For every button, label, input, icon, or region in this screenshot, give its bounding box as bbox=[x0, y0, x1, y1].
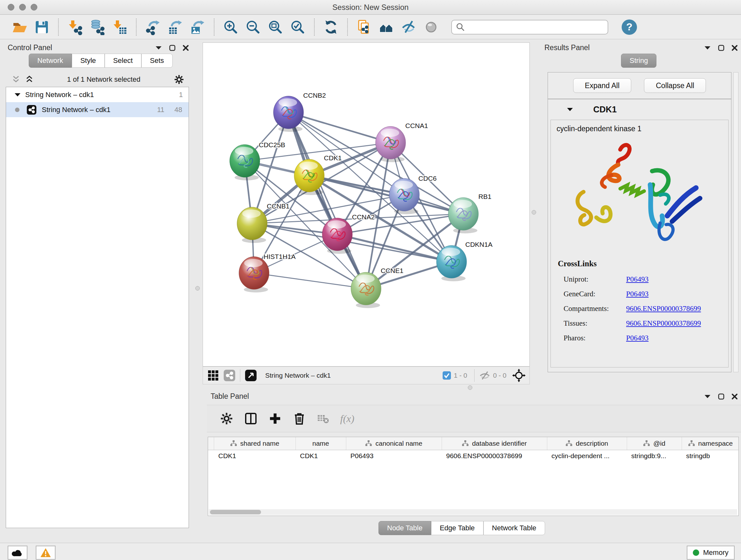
tab-sets[interactable]: Sets bbox=[141, 54, 173, 68]
column-header-namespace[interactable]: namespace bbox=[682, 437, 739, 450]
column-header-database-identifier[interactable]: database identifier bbox=[442, 437, 547, 450]
tab-string[interactable]: String bbox=[621, 54, 657, 68]
network-canvas[interactable]: CCNB2CCNA1CDC25BCDK1CDC6RB1CCNB1CCNA2CDK… bbox=[203, 43, 530, 367]
bottom-splitter-handle[interactable] bbox=[468, 385, 472, 390]
help-icon[interactable]: ? bbox=[622, 19, 637, 35]
collection-expand-icon[interactable] bbox=[14, 92, 21, 97]
table-row[interactable]: CDK1CDK1P064939606.ENSP00000378699cyclin… bbox=[208, 450, 739, 462]
float-table-panel-icon[interactable] bbox=[718, 393, 724, 400]
warnings-button[interactable] bbox=[36, 546, 56, 560]
network-edge[interactable] bbox=[288, 112, 391, 143]
add-column-icon[interactable] bbox=[268, 412, 282, 426]
network-node-ccnb2[interactable]: CCNB2 bbox=[273, 91, 326, 132]
show-columns-icon[interactable] bbox=[244, 412, 258, 426]
import-network-file-icon[interactable] bbox=[67, 19, 83, 35]
collapse-all-networks-icon[interactable] bbox=[11, 75, 20, 84]
export-image-icon[interactable] bbox=[190, 19, 205, 35]
crosslink-value-link[interactable]: P06493 bbox=[626, 275, 649, 284]
network-graph[interactable]: CCNB2CCNA1CDC25BCDK1CDC6RB1CCNB1CCNA2CDK… bbox=[203, 43, 529, 366]
network-options-gear-icon[interactable] bbox=[174, 74, 185, 85]
footer-separator bbox=[474, 369, 475, 382]
import-network-database-icon[interactable] bbox=[89, 19, 105, 35]
save-session-icon[interactable] bbox=[34, 19, 50, 35]
network-collection-row[interactable]: String Network – cdk1 1 bbox=[6, 87, 189, 102]
table-cell[interactable]: P06493 bbox=[346, 450, 442, 462]
close-table-panel-icon[interactable] bbox=[731, 393, 738, 400]
network-node-hist1h1a[interactable]: HIST1H1A bbox=[239, 253, 295, 293]
search-input[interactable] bbox=[465, 23, 599, 31]
zoom-out-icon[interactable] bbox=[245, 19, 261, 35]
import-table-icon[interactable] bbox=[112, 19, 128, 35]
export-table-icon[interactable] bbox=[167, 19, 183, 35]
tab-select[interactable]: Select bbox=[105, 54, 141, 68]
scrollbar-thumb[interactable] bbox=[210, 510, 261, 514]
crosslink-value-link[interactable]: P06493 bbox=[626, 290, 649, 298]
memory-button[interactable]: Memory bbox=[687, 546, 735, 560]
table-cell[interactable]: stringdb:9... bbox=[627, 450, 682, 462]
close-results-panel-icon[interactable] bbox=[731, 45, 738, 51]
network-edge[interactable] bbox=[254, 273, 366, 289]
clone-network-icon[interactable] bbox=[356, 19, 372, 35]
control-panel-menu-icon[interactable] bbox=[155, 46, 162, 50]
network-edge[interactable] bbox=[288, 112, 366, 289]
network-row[interactable]: String Network – cdk1 11 48 bbox=[6, 102, 189, 117]
table-cell[interactable]: CDK1 bbox=[295, 450, 346, 462]
tab-network-table[interactable]: Network Table bbox=[483, 521, 545, 535]
table-cell[interactable]: CDK1 bbox=[214, 450, 295, 462]
column-header-shared-name[interactable]: shared name bbox=[214, 437, 295, 450]
tab-network[interactable]: Network bbox=[29, 54, 72, 68]
zoom-fit-icon[interactable] bbox=[267, 19, 283, 35]
right-splitter-handle[interactable] bbox=[532, 210, 536, 214]
table-panel-menu-icon[interactable] bbox=[704, 394, 711, 399]
network-node-ccna1[interactable]: CCNA1 bbox=[376, 122, 428, 162]
zoom-selected-icon[interactable] bbox=[290, 19, 306, 35]
network-column-icon bbox=[462, 440, 469, 447]
results-scrollbar[interactable] bbox=[733, 72, 738, 372]
tab-edge-table[interactable]: Edge Table bbox=[431, 521, 483, 535]
results-panel-menu-icon[interactable] bbox=[704, 46, 711, 50]
table-cell[interactable]: cyclin-dependent ... bbox=[547, 450, 627, 462]
network-node-ccnb1[interactable]: CCNB1 bbox=[237, 202, 289, 243]
open-session-icon[interactable] bbox=[11, 19, 27, 35]
column-header--id[interactable]: @id bbox=[627, 437, 682, 450]
network-node-rb1[interactable]: RB1 bbox=[448, 193, 491, 233]
column-header-name[interactable]: name bbox=[295, 437, 346, 450]
column-header-canonical-name[interactable]: canonical name bbox=[346, 437, 442, 450]
tab-node-table[interactable]: Node Table bbox=[379, 521, 431, 535]
protein-collapse-icon[interactable] bbox=[566, 107, 574, 112]
table-cell[interactable]: stringdb bbox=[682, 450, 739, 462]
selected-checkbox-icon[interactable] bbox=[442, 371, 451, 380]
expand-all-button[interactable]: Expand All bbox=[573, 78, 631, 93]
close-panel-icon[interactable] bbox=[183, 45, 189, 51]
table-cell[interactable]: 9606.ENSP00000378699 bbox=[442, 450, 547, 462]
column-header-description[interactable]: description bbox=[547, 437, 627, 450]
fit-selection-crosshair-icon[interactable] bbox=[512, 369, 526, 382]
crosslink-value-link[interactable]: 9606.ENSP00000378699 bbox=[626, 319, 701, 327]
refresh-icon[interactable] bbox=[323, 19, 339, 35]
delete-column-icon[interactable] bbox=[292, 412, 307, 426]
zoom-in-icon[interactable] bbox=[223, 19, 239, 35]
network-view-mode-icon[interactable] bbox=[223, 369, 235, 381]
expand-all-networks-icon[interactable] bbox=[25, 75, 34, 84]
collapse-all-button[interactable]: Collapse All bbox=[644, 78, 706, 93]
show-all-networks-icon[interactable] bbox=[379, 19, 394, 35]
hidden-eye-slash-icon[interactable] bbox=[479, 371, 490, 380]
delete-table-icon[interactable] bbox=[317, 412, 329, 425]
left-splitter-handle[interactable] bbox=[195, 286, 200, 291]
crosslink-value-link[interactable]: P06493 bbox=[626, 334, 649, 342]
table-settings-icon[interactable] bbox=[219, 412, 233, 426]
birds-eye-view-icon[interactable] bbox=[245, 369, 257, 381]
table-horizontal-scrollbar[interactable] bbox=[209, 509, 737, 515]
export-network-icon[interactable] bbox=[145, 19, 161, 35]
tab-style[interactable]: Style bbox=[72, 54, 105, 68]
grid-view-icon[interactable] bbox=[207, 370, 219, 381]
cloud-status-button[interactable] bbox=[8, 546, 27, 560]
crosslink-value-link[interactable]: 9606.ENSP00000378699 bbox=[626, 305, 701, 313]
node-table[interactable]: shared namenamecanonical namedatabase id… bbox=[208, 437, 739, 516]
network-node-cdkn1a[interactable]: CDKN1A bbox=[436, 241, 492, 281]
float-results-panel-icon[interactable] bbox=[718, 45, 724, 51]
float-panel-icon[interactable] bbox=[169, 45, 176, 51]
hide-selected-icon[interactable] bbox=[401, 19, 417, 35]
show-selected-icon[interactable] bbox=[423, 19, 439, 35]
function-builder-icon[interactable]: f(x) bbox=[340, 413, 354, 425]
